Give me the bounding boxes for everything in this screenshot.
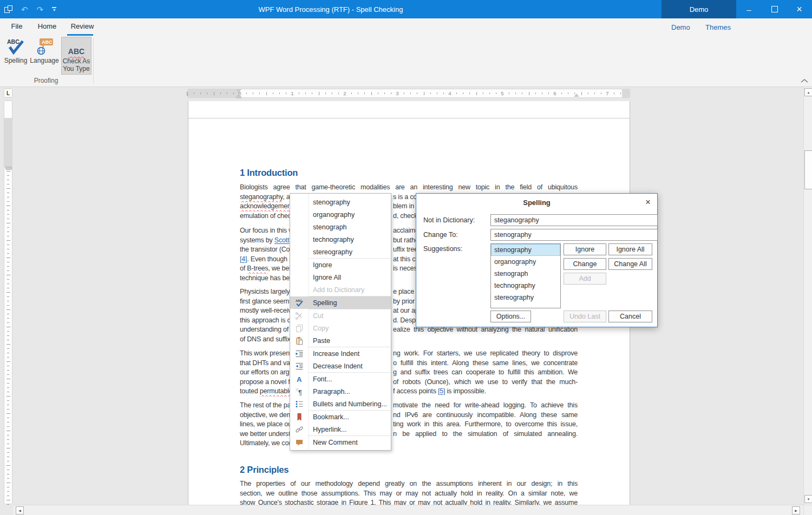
demo-link[interactable]: Demo (671, 18, 690, 36)
menu-item-add-to-dictionary: Add to Dictionary (290, 283, 391, 296)
change-to-label: Change To: (423, 229, 458, 240)
menu-item-suggestion[interactable]: technography (290, 233, 391, 246)
scroll-left-icon[interactable]: ◀ (16, 506, 24, 514)
ruler-right-margin (622, 89, 630, 97)
menu-item-font[interactable]: A Font... (290, 373, 391, 385)
vertical-scrollbar[interactable]: ▲ ▼ (803, 87, 812, 505)
menu-item-suggestion[interactable]: organography (290, 208, 391, 221)
menu-item-ignore[interactable]: Ignore (290, 259, 391, 271)
suggestion-item[interactable]: stereography (491, 292, 560, 303)
suggestions-label: Suggestions: (423, 243, 462, 254)
doc-hyperlink[interactable]: Scott (274, 236, 290, 244)
menu-item-suggestion[interactable]: stenography (290, 196, 391, 208)
maximize-button[interactable] (762, 0, 787, 18)
add-button: Add (564, 273, 606, 285)
application-window: ↶ ↷ ▾ WPF Word Processing (RTF) - Spell … (0, 0, 812, 515)
doc-citation-link[interactable]: [5] (438, 387, 445, 395)
doc-line: The properties of our methodology depend… (240, 479, 578, 489)
suggestion-item[interactable]: technography (491, 280, 560, 292)
ruler-top-margin (4, 118, 12, 168)
svg-text:A: A (297, 375, 302, 384)
proofing-group-label: Proofing (0, 77, 92, 84)
vertical-ruler[interactable] (4, 101, 12, 504)
horizontal-scrollbar[interactable]: ◀ ▶ (14, 505, 803, 515)
not-in-dictionary-field[interactable]: steganography (490, 214, 658, 226)
spellcheck-icon: ABC (294, 298, 304, 307)
collapse-ribbon-icon[interactable] (800, 78, 809, 83)
menu-item-increase-indent[interactable]: Increase Indent (290, 347, 391, 360)
dialog-title: Spelling (416, 194, 657, 211)
scissors-icon (294, 311, 304, 320)
right-indent-marker[interactable] (574, 94, 579, 97)
svg-text:ABC: ABC (7, 38, 19, 45)
ribbon-review: ABC Spelling ABC Language ABC Ch (0, 36, 812, 87)
tab-home[interactable]: Home (32, 18, 62, 34)
svg-text:ABC: ABC (296, 299, 302, 302)
tab-stop-selector[interactable]: L (4, 89, 12, 97)
menu-item-paragraph[interactable]: ¶ Paragraph... (290, 385, 391, 398)
scroll-right-icon[interactable]: ▶ (792, 506, 800, 514)
language-globe-icon: ABC (35, 37, 54, 55)
ribbon-group-separator (93, 38, 94, 83)
left-indent-marker[interactable] (236, 97, 241, 98)
menu-item-suggestion[interactable]: stereography (290, 246, 391, 258)
menu-item-cut: Cut (290, 309, 391, 322)
heading-introduction: 1 Introduction (240, 168, 578, 178)
vertical-scrollbar-thumb[interactable] (804, 150, 812, 189)
menu-item-spelling[interactable]: ABC Spelling (290, 296, 391, 309)
undo-last-button: Undo Last (564, 311, 606, 322)
copy-icon (294, 323, 304, 333)
scrollbar-corner (803, 505, 812, 515)
decrease-indent-icon (294, 361, 304, 371)
suggestion-item[interactable]: stenograph (491, 268, 560, 280)
scroll-up-icon[interactable]: ▲ (804, 88, 812, 96)
change-button[interactable]: Change (564, 258, 606, 270)
options-button[interactable]: Options... (490, 311, 531, 322)
tab-review[interactable]: Review (66, 18, 99, 34)
spelling-check-icon: ABC (6, 37, 25, 55)
tab-file[interactable]: File (5, 18, 28, 34)
language-button[interactable]: ABC Language (31, 37, 58, 75)
svg-text:¶: ¶ (298, 388, 302, 396)
menu-item-paste[interactable]: Paste (290, 334, 391, 347)
suggestion-item-selected[interactable]: stenography (491, 244, 560, 256)
spelling-dialog: Spelling × Not in Dictionary: steganogra… (416, 193, 658, 327)
menu-item-bookmark[interactable]: Bookmark... (290, 411, 391, 423)
ribbon-tab-row: File Home Review Demo Themes (0, 18, 812, 36)
first-line-indent-marker[interactable] (236, 89, 241, 93)
vertical-margin-marker[interactable] (5, 167, 12, 170)
hyperlink-icon (294, 425, 304, 434)
menu-item-hyperlink[interactable]: Hyperlink... (290, 423, 391, 435)
spellcheck-context-menu: stenography organography stenograph tech… (290, 193, 391, 451)
menu-item-bullets-numbering[interactable]: Bullets and Numbering... (290, 398, 391, 410)
menu-item-suggestion[interactable]: stenograph (290, 221, 391, 233)
minimize-button[interactable]: – (736, 0, 762, 18)
menu-item-decrease-indent[interactable]: Decrease Indent (290, 360, 391, 372)
demo-title-button[interactable]: Demo (662, 0, 736, 18)
clipboard-icon (294, 336, 304, 345)
dialog-close-icon[interactable]: × (645, 197, 651, 208)
check-as-you-type-button[interactable]: ABC Check As You Type (61, 37, 91, 75)
ignore-all-button[interactable]: Ignore All (608, 243, 652, 255)
close-button[interactable]: × (787, 0, 812, 18)
suggestions-list[interactable]: stenography organography stenograph tech… (490, 243, 561, 308)
doc-line: section, we outline those assumptions. T… (240, 489, 578, 499)
document-canvas: L 101234567 1 Introduction Biologists ag… (0, 87, 812, 505)
suggestion-item[interactable]: organography (491, 256, 560, 268)
scroll-down-icon[interactable]: ▼ (804, 495, 812, 503)
ignore-button[interactable]: Ignore (564, 243, 606, 255)
cancel-button[interactable]: Cancel (608, 311, 652, 322)
menu-item-ignore-all[interactable]: Ignore All (290, 271, 391, 283)
check-as-you-type-icon: ABC (68, 37, 84, 56)
change-to-field[interactable]: stenography (490, 229, 658, 241)
spelling-button[interactable]: ABC Spelling (2, 37, 29, 75)
font-icon: A (294, 374, 304, 384)
horizontal-ruler[interactable]: 101234567 (188, 89, 630, 97)
menu-item-new-comment[interactable]: New Comment (290, 436, 391, 448)
change-all-button[interactable]: Change All (608, 258, 652, 270)
menu-item-copy: Copy (290, 322, 391, 334)
bookmark-icon (294, 412, 304, 421)
themes-link[interactable]: Themes (705, 18, 731, 36)
doc-citation-link[interactable]: [4] (240, 255, 247, 263)
increase-indent-icon (294, 349, 304, 358)
